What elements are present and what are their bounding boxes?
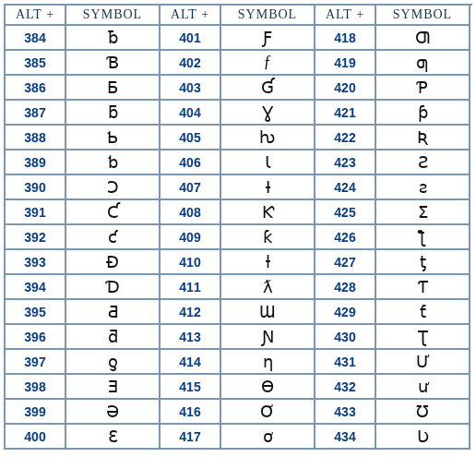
alt-code-cell: 412 — [161, 300, 221, 325]
alt-code-cell: 414 — [161, 350, 221, 375]
table-row: 391Ƈ408Ƙ425Ʃ — [6, 200, 472, 225]
symbol-cell: ƌ — [66, 325, 161, 350]
alt-code-cell: 428 — [315, 275, 376, 300]
symbol-cell: ƚ — [221, 250, 315, 275]
symbol-cell: Ɓ — [66, 51, 161, 76]
alt-code-cell: 403 — [161, 76, 221, 101]
alt-code-cell: 429 — [315, 300, 376, 325]
symbol-cell: ƭ — [376, 300, 470, 325]
table-row: 385Ɓ402ƒ419ƣ — [6, 51, 472, 76]
alt-code-cell: 395 — [6, 300, 66, 325]
alt-code-cell: 409 — [161, 225, 221, 250]
alt-code-cell: 423 — [315, 150, 376, 175]
alt-code-cell: 399 — [6, 400, 66, 425]
symbol-cell: Ɵ — [221, 375, 315, 400]
alt-code-cell: 434 — [315, 425, 376, 450]
symbol-cell: ƀ — [66, 26, 161, 51]
header-symbol: SYMBOL — [66, 6, 161, 26]
alt-code-cell: 415 — [161, 375, 221, 400]
table-row: 392ƈ409ƙ426ƪ — [6, 225, 472, 250]
symbol-cell: ƛ — [221, 275, 315, 300]
alt-code-cell: 387 — [6, 101, 66, 126]
symbol-cell: Ɗ — [66, 275, 161, 300]
symbol-cell: ƃ — [66, 101, 161, 126]
alt-code-cell: 386 — [6, 76, 66, 101]
alt-code-cell: 400 — [6, 425, 66, 450]
symbol-cell: Ơ — [221, 400, 315, 425]
header-alt: ALT + — [315, 6, 376, 26]
alt-code-cell: 411 — [161, 275, 221, 300]
table-row: 387ƃ404Ɣ421ƥ — [6, 101, 472, 126]
alt-code-cell: 406 — [161, 150, 221, 175]
alt-code-cell: 392 — [6, 225, 66, 250]
table-row: 395Ƌ412Ɯ429ƭ — [6, 300, 472, 325]
alt-code-cell: 413 — [161, 325, 221, 350]
symbol-cell: ƒ — [221, 51, 315, 76]
symbol-cell: Ɠ — [221, 76, 315, 101]
table-row: 390Ɔ407Ɨ424ƨ — [6, 175, 472, 200]
alt-code-cell: 408 — [161, 200, 221, 225]
symbol-cell: ƞ — [221, 350, 315, 375]
table-row: 399Ə416Ơ433Ʊ — [6, 400, 472, 425]
table-row: 384ƀ401Ƒ418Ƣ — [6, 26, 472, 51]
symbol-cell: Ɛ — [66, 425, 161, 450]
symbol-cell: Ə — [66, 400, 161, 425]
symbol-cell: ƙ — [221, 225, 315, 250]
symbol-cell: Ƃ — [66, 76, 161, 101]
symbol-cell: ƥ — [376, 101, 470, 126]
table-row: 397ƍ414ƞ431Ư — [6, 350, 472, 375]
alt-code-cell: 432 — [315, 375, 376, 400]
alt-code-cell: 418 — [315, 26, 376, 51]
symbol-cell: Ư — [376, 350, 470, 375]
symbol-cell: ƣ — [376, 51, 470, 76]
table-header-row: ALT +SYMBOLALT +SYMBOLALT +SYMBOL — [6, 6, 472, 26]
table-row: 398Ǝ415Ɵ432ư — [6, 375, 472, 400]
symbol-cell: ƨ — [376, 175, 470, 200]
header-alt: ALT + — [6, 6, 66, 26]
alt-code-cell: 402 — [161, 51, 221, 76]
symbol-cell: Ƣ — [376, 26, 470, 51]
alt-code-cell: 398 — [6, 375, 66, 400]
alt-code-cell: 422 — [315, 126, 376, 150]
symbol-cell: Ƌ — [66, 300, 161, 325]
alt-code-cell: 416 — [161, 400, 221, 425]
symbol-cell: ƕ — [221, 126, 315, 150]
alt-code-cell: 390 — [6, 175, 66, 200]
symbol-cell: Ʊ — [376, 400, 470, 425]
table-row: 386Ƃ403Ɠ420Ƥ — [6, 76, 472, 101]
alt-code-cell: 389 — [6, 150, 66, 175]
alt-code-cell: 410 — [161, 250, 221, 275]
table-row: 393Ɖ410ƚ427ƫ — [6, 250, 472, 275]
symbol-cell: ƈ — [66, 225, 161, 250]
symbol-cell: Ƅ — [66, 126, 161, 150]
alt-code-cell: 404 — [161, 101, 221, 126]
symbol-cell: Ɖ — [66, 250, 161, 275]
table-row: 394Ɗ411ƛ428Ƭ — [6, 275, 472, 300]
symbol-cell: Ɲ — [221, 325, 315, 350]
table-row: 400Ɛ417ơ434Ʋ — [6, 425, 472, 450]
alt-code-cell: 397 — [6, 350, 66, 375]
alt-code-cell: 433 — [315, 400, 376, 425]
symbol-cell: Ƒ — [221, 26, 315, 51]
symbol-cell: Ɯ — [221, 300, 315, 325]
alt-code-cell: 430 — [315, 325, 376, 350]
alt-code-cell: 388 — [6, 126, 66, 150]
alt-code-cell: 394 — [6, 275, 66, 300]
symbol-cell: Ƙ — [221, 200, 315, 225]
symbol-cell: Ʋ — [376, 425, 470, 450]
symbol-cell: Ʈ — [376, 325, 470, 350]
symbol-cell: Ƭ — [376, 275, 470, 300]
symbol-cell: ƫ — [376, 250, 470, 275]
symbol-cell: Ɣ — [221, 101, 315, 126]
alt-code-cell: 391 — [6, 200, 66, 225]
symbol-cell: ƅ — [66, 150, 161, 175]
alt-code-cell: 405 — [161, 126, 221, 150]
alt-code-cell: 385 — [6, 51, 66, 76]
alt-symbol-table: ALT +SYMBOLALT +SYMBOLALT +SYMBOL384ƀ401… — [4, 4, 472, 450]
header-symbol: SYMBOL — [376, 6, 470, 26]
alt-code-cell: 417 — [161, 425, 221, 450]
alt-code-cell: 427 — [315, 250, 376, 275]
symbol-cell: Ɨ — [221, 175, 315, 200]
header-symbol: SYMBOL — [221, 6, 315, 26]
symbol-cell: Ʃ — [376, 200, 470, 225]
